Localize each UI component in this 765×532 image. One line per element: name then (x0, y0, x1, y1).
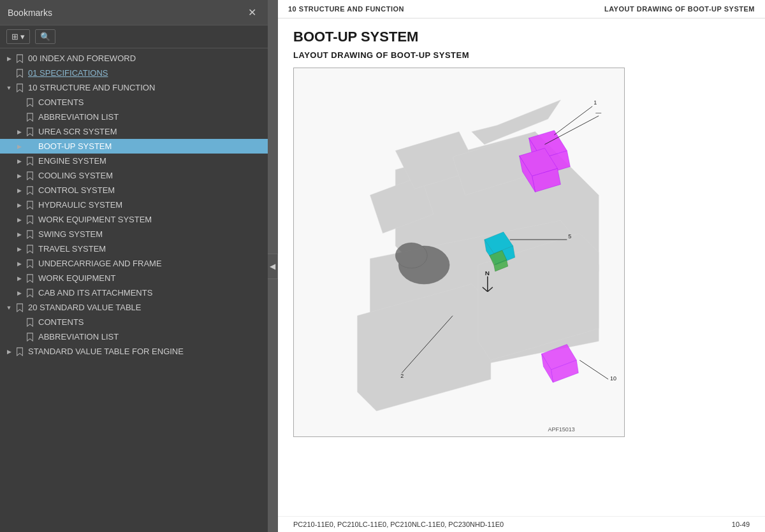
section-label: 10 STRUCTURE AND FUNCTION (288, 5, 404, 13)
expand-icon-01-specs[interactable]: ▶ (4, 70, 14, 76)
bookmark-icon-20-std (14, 303, 26, 312)
tree-item-label-swing: SWING SYSTEM (38, 229, 264, 239)
expand-icon-cab[interactable]: ▶ (14, 290, 24, 296)
expand-icon-engine[interactable]: ▶ (14, 158, 24, 164)
tree-item-label-10-struct: 10 STRUCTURE AND FUNCTION (28, 83, 264, 92)
tree-item-label-work-equip: WORK EQUIPMENT SYSTEM (38, 215, 264, 224)
expand-icon-work-equip[interactable]: ▶ (14, 217, 24, 223)
tree-item-label-engine: ENGINE SYSTEM (38, 156, 264, 166)
tree-item-contents-1[interactable]: ▶ CONTENTS (0, 95, 268, 110)
bookmark-icon-work-equip2 (24, 274, 36, 283)
sidebar-toolbar: ⊞ ▾ 🔍 (0, 25, 268, 48)
svg-line-24 (554, 106, 592, 135)
bookmark-icon-urea-scr (24, 127, 36, 136)
bookmark-icon-engine (24, 157, 36, 166)
expand-icon-contents-2[interactable]: ▶ (14, 319, 24, 326)
svg-text:1: 1 (594, 99, 597, 106)
tree-item-swing[interactable]: ▶ SWING SYSTEM (0, 227, 268, 241)
view-options-button[interactable]: ⊞ ▾ (6, 29, 30, 44)
tree-item-label-undercarriage: UNDERCARRIAGE AND FRAME (38, 259, 264, 268)
tree-item-label-boot-up: BOOT-UP SYSTEM (38, 141, 264, 151)
expand-icon-abbrev-1[interactable]: ▶ (14, 114, 24, 120)
page-header-title: LAYOUT DRAWING OF BOOT-UP SYSTEM (604, 5, 755, 13)
tree-item-label-cab: CAB AND ITS ATTACHMENTS (38, 288, 264, 298)
tree-item-label-contents-1: CONTENTS (38, 97, 264, 107)
bookmark-icon-swing (24, 230, 36, 239)
tree-item-20-std[interactable]: ▼ 20 STANDARD VALUE TABLE (0, 300, 268, 315)
svg-text:5: 5 (568, 233, 571, 240)
document-subtitle: LAYOUT DRAWING OF BOOT-UP SYSTEM (293, 50, 750, 60)
tree-item-hydraulic[interactable]: ▶ HYDRAULIC SYSTEM (0, 198, 268, 212)
svg-text:N: N (485, 270, 490, 277)
collapse-handle[interactable]: ◀ (268, 254, 278, 279)
bookmark-icon-std-engine (14, 347, 26, 356)
expand-icon-undercarriage[interactable]: ▶ (14, 261, 24, 267)
tree-item-urea-scr[interactable]: ▶ UREA SCR SYSTEM (0, 124, 268, 139)
svg-line-28 (544, 116, 599, 145)
tree-item-abbrev-1[interactable]: ▶ ABBREVIATION LIST (0, 110, 268, 124)
bookmark-icon-work-equip (24, 215, 36, 224)
dropdown-arrow: ▾ (20, 32, 25, 41)
tree-item-label-abbrev-2: ABBREVIATION LIST (38, 332, 264, 341)
tree-item-std-engine[interactable]: ▶ STANDARD VALUE TABLE FOR ENGINE (0, 344, 268, 359)
bookmark-icon-travel (24, 245, 36, 254)
search-bookmark-button[interactable]: 🔍 (35, 29, 55, 44)
expand-icon-control[interactable]: ▶ (14, 187, 24, 194)
tree-item-contents-2[interactable]: ▶ CONTENTS (0, 315, 268, 329)
tree-item-control[interactable]: ▶ CONTROL SYSTEM (0, 183, 268, 198)
expand-icon-work-equip2[interactable]: ▶ (14, 275, 24, 282)
model-numbers: PC210-11E0, PC210LC-11E0, PC210NLC-11E0,… (293, 521, 504, 528)
bookmark-icon-hydraulic (24, 201, 36, 210)
sidebar-header: Bookmarks ✕ (0, 0, 268, 25)
tree-item-engine[interactable]: ▶ ENGINE SYSTEM (0, 154, 268, 168)
tree-item-label-control: CONTROL SYSTEM (38, 185, 264, 195)
bookmark-icon-abbrev-2 (24, 333, 36, 341)
bookmark-icon-10-struct (14, 83, 26, 92)
tree-item-label-contents-2: CONTENTS (38, 317, 264, 327)
expand-icon-swing[interactable]: ▶ (14, 231, 24, 238)
view-icon: ⊞ (11, 32, 18, 41)
tree-item-label-std-engine: STANDARD VALUE TABLE FOR ENGINE (28, 347, 264, 356)
expand-icon-10-struct[interactable]: ▼ (4, 85, 14, 91)
svg-point-23 (395, 243, 427, 268)
tree-item-00-index[interactable]: ▶ 00 INDEX AND FOREWORD (0, 51, 268, 66)
expand-icon-contents-1[interactable]: ▶ (14, 99, 24, 106)
svg-text:10: 10 (610, 375, 616, 382)
bookmark-icon-cooling (24, 171, 36, 180)
diagram-ref-label: APF15013 (548, 426, 574, 433)
expand-icon-urea-scr[interactable]: ▶ (14, 129, 24, 135)
bookmark-icon-contents-2 (24, 318, 36, 327)
tree-item-label-abbrev-1: ABBREVIATION LIST (38, 112, 264, 122)
tree-item-work-equip[interactable]: ▶ WORK EQUIPMENT SYSTEM (0, 212, 268, 227)
tree-item-label-00-index: 00 INDEX AND FOREWORD (28, 54, 264, 63)
document-title: BOOT-UP SYSTEM (293, 29, 750, 45)
tree-item-01-specs[interactable]: ▶ 01 SPECIFICATIONS (0, 66, 268, 80)
bookmark-tree: ▶ 00 INDEX AND FOREWORD▶ 01 SPECIFICATIO… (0, 48, 268, 532)
tree-item-cab[interactable]: ▶ CAB AND ITS ATTACHMENTS (0, 285, 268, 300)
tree-item-boot-up[interactable]: ▶BOOT-UP SYSTEM (0, 139, 268, 154)
expand-icon-std-engine[interactable]: ▶ (4, 349, 14, 355)
bookmark-icon-abbrev-1 (24, 113, 36, 122)
expand-icon-travel[interactable]: ▶ (14, 246, 24, 252)
close-button[interactable]: ✕ (244, 5, 260, 20)
svg-text:2: 2 (400, 373, 404, 379)
tree-item-label-work-equip2: WORK EQUIPMENT (38, 273, 264, 283)
expand-icon-cooling[interactable]: ▶ (14, 173, 24, 179)
expand-icon-20-std[interactable]: ▼ (4, 305, 14, 311)
svg-text:—: — (595, 110, 601, 116)
bookmark-icon-cab (24, 289, 36, 298)
tree-item-work-equip2[interactable]: ▶ WORK EQUIPMENT (0, 271, 268, 285)
tree-item-cooling[interactable]: ▶ COOLING SYSTEM (0, 168, 268, 183)
expand-icon-hydraulic[interactable]: ▶ (14, 202, 24, 208)
tree-item-10-struct[interactable]: ▼ 10 STRUCTURE AND FUNCTION (0, 80, 268, 95)
tree-item-travel[interactable]: ▶ TRAVEL SYSTEM (0, 241, 268, 256)
bookmark-icon-control (24, 186, 36, 195)
boot-up-diagram: N 1 5 2 10 — APF15013 (294, 68, 624, 436)
svg-line-27 (579, 360, 608, 379)
tree-item-abbrev-2[interactable]: ▶ ABBREVIATION LIST (0, 329, 268, 344)
tree-item-undercarriage[interactable]: ▶ UNDERCARRIAGE AND FRAME (0, 256, 268, 271)
expand-icon-boot-up[interactable]: ▶ (14, 143, 24, 150)
expand-icon-abbrev-2[interactable]: ▶ (14, 334, 24, 340)
expand-icon-00-index[interactable]: ▶ (4, 55, 14, 62)
diagram-container: N 1 5 2 10 — APF15013 (293, 68, 625, 437)
